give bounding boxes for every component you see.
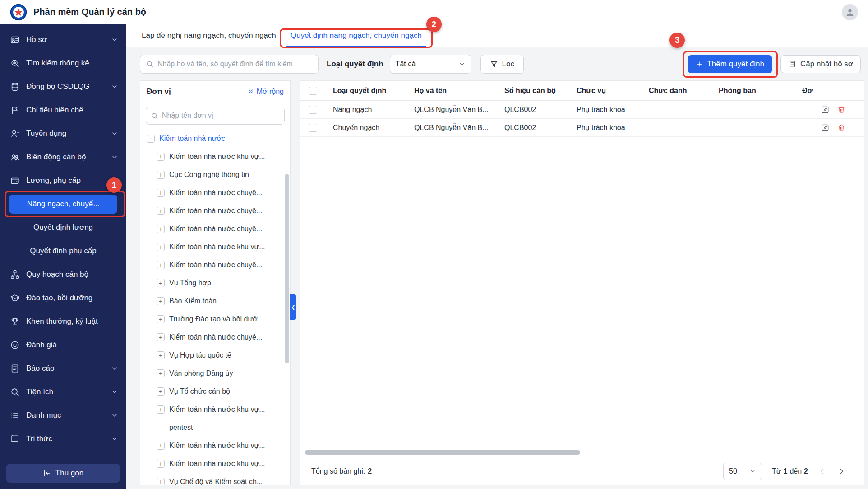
sidebar-item-dong-bo-csdlqg[interactable]: Đồng bộ CSDLQG (0, 75, 126, 98)
sidebar-item-bao-cao[interactable]: Báo cáo (0, 357, 126, 380)
update-profile-button[interactable]: Cập nhật hồ sơ (780, 55, 861, 73)
expand-all-link[interactable]: Mở rộng (248, 88, 284, 96)
sidebar-item-danh-muc[interactable]: Danh mục (0, 404, 126, 427)
tree-node[interactable]: +Kiểm toán nhà nước khu vự... (147, 238, 290, 256)
tab-quyet-dinh-nang-ngach[interactable]: Quyết định nâng ngạch, chuyển ngạch 2 (283, 24, 429, 47)
id-card-icon (10, 35, 20, 45)
collapse-minus-icon[interactable]: − (147, 135, 155, 143)
expand-plus-icon[interactable]: + (157, 243, 165, 251)
tab-lap-de-nghi-nang-ngach[interactable]: Lập đề nghị nâng ngạch, chuyển ngạch (134, 24, 283, 47)
expand-plus-icon[interactable]: + (157, 351, 165, 359)
collapse-sidebar-button[interactable]: Thu gọn (6, 464, 120, 483)
sidebar-item-ho-so[interactable]: Hồ sơ (0, 28, 126, 51)
sidebar-item-khen-thuong-ky-luat[interactable]: Khen thưởng, kỷ luật (0, 310, 126, 333)
expand-plus-icon[interactable]: + (157, 189, 165, 197)
sidebar-item-tri-thuc[interactable]: Tri thức (0, 427, 126, 451)
expand-plus-icon[interactable]: + (157, 207, 165, 215)
sidebar-item-quyet-dinh-phu-cap[interactable]: Quyết định phụ cấp (0, 239, 126, 263)
page-size-select[interactable]: 50 (723, 463, 762, 480)
tree-node-root[interactable]: − Kiểm toán nhà nước (147, 130, 290, 148)
tree-node[interactable]: +Kiểm toán nhà nước chuyê... (147, 328, 290, 346)
expand-plus-icon[interactable]: + (157, 315, 165, 323)
sidebar-item-danh-gia[interactable]: Đánh giá (0, 333, 126, 357)
expand-plus-icon[interactable]: + (157, 279, 165, 287)
expand-plus-icon[interactable]: + (157, 153, 165, 161)
decision-type-select[interactable]: Tất cả (390, 55, 471, 74)
expand-plus-icon[interactable]: + (157, 442, 165, 450)
annotation-badge-3: 3 (669, 33, 685, 48)
expand-plus-icon[interactable]: + (157, 225, 165, 233)
tree-node[interactable]: +Kiểm toán nhà nước chuyê... (147, 202, 290, 220)
sidebar-item-quy-hoach-can-bo[interactable]: Quy hoạch cán bộ (0, 263, 126, 286)
add-decision-button[interactable]: Thêm quyết định (688, 55, 772, 73)
sidebar-item-nang-ngach-chuyen-ngach[interactable]: Nâng ngạch, chuyể... 1 (0, 192, 126, 216)
expand-plus-icon[interactable]: + (157, 478, 165, 485)
expand-plus-icon[interactable]: + (157, 297, 165, 305)
tree-node[interactable]: +Kiểm toán nhà nước khu vự... (147, 401, 290, 419)
app-window: Phần mềm Quản lý cán bộ Hồ sơ Tìm kiếm t… (0, 0, 868, 489)
sidebar-item-chi-tieu-bien-che[interactable]: Chỉ tiêu biên chế (0, 98, 126, 122)
expand-plus-icon[interactable]: + (157, 460, 165, 468)
tree-node[interactable]: +Kiểm toán nhà nước khu vự... (147, 437, 290, 455)
tree-node[interactable]: +Vụ Tổng hợp (147, 274, 290, 292)
tree-scrollbar-thumb[interactable] (285, 174, 289, 363)
next-page-icon[interactable] (837, 467, 846, 476)
tree-node[interactable]: +Kiểm toán nhà nước chuyê... (147, 256, 290, 274)
tree-node-label: Vụ Tổ chức cán bộ (169, 387, 230, 396)
tree-node[interactable]: +Kiểm toán nhà nước chuyê... (147, 184, 290, 202)
tree-node[interactable]: +Vụ Hợp tác quốc tế (147, 346, 290, 364)
expand-all-label: Mở rộng (257, 88, 284, 96)
filter-button-label: Lọc (502, 60, 514, 69)
sidebar-item-bien-dong-can-bo[interactable]: Biến động cán bộ (0, 145, 126, 169)
total-records-value: 2 (368, 467, 372, 475)
table-header-cell: Loại quyết định (326, 87, 407, 95)
expand-plus-icon[interactable]: + (157, 369, 165, 377)
row-checkbox[interactable] (309, 124, 317, 132)
tree-node[interactable]: +Báo Kiểm toán (147, 292, 290, 310)
expand-plus-icon[interactable]: + (157, 333, 165, 341)
panel-collapse-handle[interactable]: ❮ (290, 294, 296, 320)
tree-node[interactable]: +Văn phòng Đảng ủy (147, 364, 290, 382)
sidebar-item-tuyen-dung[interactable]: Tuyển dụng (0, 122, 126, 145)
tree-node[interactable]: +Vụ Tổ chức cán bộ (147, 382, 290, 401)
tree-node[interactable]: +Kiểm toán nhà nước khu vự... (147, 148, 290, 166)
expand-plus-icon[interactable]: + (157, 387, 165, 396)
prev-page-icon[interactable] (818, 467, 827, 476)
tree-search-input[interactable] (162, 112, 280, 120)
search-input[interactable] (157, 60, 313, 68)
tree-node[interactable]: pentest (147, 419, 290, 437)
expand-plus-icon[interactable]: + (157, 261, 165, 269)
tree-node[interactable]: +Kiểm toán nhà nước khu vự... (147, 455, 290, 473)
search-stats-icon (10, 58, 20, 68)
tree-node-label: Kiểm toán nhà nước chuyê... (169, 225, 262, 233)
total-records: Tổng số bản ghi:2 (311, 467, 372, 475)
edit-icon[interactable] (821, 123, 830, 132)
edit-icon[interactable] (821, 105, 830, 114)
filter-button[interactable]: Lọc (480, 55, 524, 74)
range-prefix: Từ (772, 467, 781, 475)
user-avatar[interactable] (842, 4, 858, 20)
list-icon (10, 410, 20, 420)
select-all-checkbox[interactable] (309, 87, 317, 95)
sidebar-item-tien-ich[interactable]: Tiện ích (0, 380, 126, 404)
tree-node[interactable]: +Cục Công nghệ thông tin (147, 166, 290, 184)
sidebar-item-dao-tao-boi-duong[interactable]: Đào tạo, bồi dưỡng (0, 286, 126, 310)
sidebar-item-quyet-dinh-luong[interactable]: Quyết định lương (0, 216, 126, 239)
range-from: 1 (783, 467, 787, 475)
horizontal-scrollbar-thumb[interactable] (305, 450, 580, 455)
tree-search-box (146, 107, 285, 125)
delete-icon[interactable] (837, 123, 846, 132)
tree-node-label: Trường Đào tạo và bồi dưỡ... (169, 315, 263, 323)
expand-plus-icon[interactable]: + (157, 171, 165, 179)
delete-icon[interactable] (837, 105, 846, 114)
tree-node[interactable]: +Vụ Chế độ và Kiểm soát ch... (147, 473, 290, 485)
sidebar-item-tim-kiem-thong-ke[interactable]: Tìm kiếm thống kê (0, 51, 126, 75)
tree-node[interactable]: +Kiểm toán nhà nước chuyê... (147, 220, 290, 238)
main-content: Lập đề nghị nâng ngạch, chuyển ngạch Quy… (126, 24, 868, 489)
tree-node[interactable]: +Trường Đào tạo và bồi dưỡ... (147, 310, 290, 328)
row-checkbox[interactable] (309, 106, 317, 114)
update-profile-label: Cập nhật hồ sơ (800, 60, 853, 69)
database-sync-icon (10, 82, 20, 92)
expand-plus-icon[interactable]: + (157, 405, 165, 414)
page-size-value: 50 (729, 467, 737, 475)
